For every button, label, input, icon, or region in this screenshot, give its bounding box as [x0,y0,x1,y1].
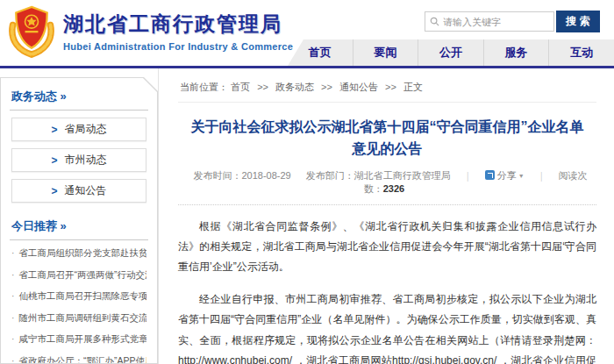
recommend-link-label: 咸宁市工商局开展多种形式党章党纪… [19,333,147,345]
bullet-icon: · [11,290,15,302]
sidebar: 政务动态 » > 省局动态 > 市州动态 > 通知公告 今日推荐 » · [0,68,158,364]
breadcrumb-notices[interactable]: 通知公告 [339,82,378,92]
recommend-link[interactable]: · 省工商局组织部分党支部赴扶贫驻点… [11,247,146,259]
department-label: 发布部门： [306,170,354,181]
meta-divider: ｜ [463,170,473,181]
bullet-icon: · [11,269,15,281]
page-content: 政务动态 » > 省局动态 > 市州动态 > 通知公告 今日推荐 » · [0,68,614,364]
site-title-block: 湖北省工商行政管理局 Hubei Administration For Indu… [63,11,293,52]
sidebar-item-label: 通知公告 [65,183,107,198]
sidebar-item-provincial-news[interactable]: > 省局动态 [11,118,146,141]
search-button[interactable]: 搜索 [556,11,600,32]
share-label: 分享 [497,170,517,181]
breadcrumb-home[interactable]: 首页 [231,82,250,92]
sidebar-item-label: 省局动态 [65,122,107,137]
sidebar-panel-border: 政务动态 » > 省局动态 > 市州动态 > 通知公告 今日推荐 » · [0,77,158,364]
recommend-link-label: 随州市工商局调研组到黄石交流消费… [19,312,147,324]
breadcrumb: 当前位置： 首页 >> 政务动态 >> 通知公告 >> 正文 [178,77,596,103]
read-count-value: 2326 [383,183,404,194]
recommend-list: · 省工商局组织部分党支部赴扶贫驻点… · 省工商局召开“两强两做”行动交流… … [10,240,148,364]
paragraph-2: 经企业自行申报、市州工商局初审推荐、省工商局初步核定，拟公示以下企业为湖北省第十… [178,289,596,364]
sidebar-section-recommend-title[interactable]: 今日推荐 » [10,215,148,240]
publish-department: 发布部门：湖北省工商行政管理局 [306,170,451,181]
article-body: 根据《湖北省合同监督条例》、《湖北省行政机关归集和披露企业信用信息试行办法》的相… [178,217,596,364]
recommend-link[interactable]: · 咸宁市工商局开展多种形式党章党纪… [11,333,146,345]
publish-time: 发布时间：2018-08-29 [193,170,290,181]
main-article-area: 当前位置： 首页 >> 政务动态 >> 通知公告 >> 正文 关于向社会征求拟公… [158,68,614,364]
bullet-icon: · [11,312,15,324]
breadcrumb-separator: >> [257,82,268,92]
sidebar-item-label: 市州动态 [65,153,107,168]
article-title: 关于向社会征求拟公示湖北省第十四届“守合同重信用”企业名单意见的公告 [190,117,583,161]
site-subtitle: Hubei Administration For Industry & Comm… [63,41,293,52]
site-title: 湖北省工商行政管理局 [63,11,293,38]
department-value: 湖北省工商行政管理局 [354,170,451,181]
saic-emblem-logo [7,3,56,59]
recommend-link[interactable]: · 省政府办公厅：“鄂汇办”APP使用… [11,355,146,364]
share-button[interactable]: 分享▼ [485,170,525,181]
caret-down-icon: ▼ [518,173,525,179]
bullet-icon: · [11,355,15,364]
nav-item-public[interactable]: 公开 [418,39,483,66]
paragraph-2-text: 经企业自行申报、市州工商局初审推荐、省工商局初步核定，拟公示以下企业为湖北省第十… [178,293,596,364]
main-nav: 首页 要闻 公开 服务 互动 [288,39,614,66]
site-header: 湖北省工商行政管理局 Hubei Administration For Indu… [0,0,614,68]
publish-time-label: 发布时间： [193,170,241,181]
search-area: 搜索 [425,11,600,32]
recommend-link-label: 省工商局组织部分党支部赴扶贫驻点… [19,247,147,259]
nav-item-home[interactable]: 首页 [288,39,353,66]
recommend-link[interactable]: · 随州市工商局调研组到黄石交流消费… [11,312,146,324]
search-input[interactable] [443,17,549,27]
sidebar-item-notices[interactable]: > 通知公告 [11,179,146,203]
breadcrumb-gov-news[interactable]: 政务动态 [275,82,314,92]
breadcrumb-separator: >> [385,82,396,92]
recommend-link-label: 仙桃市工商局召开扫黑除恶专项斗争… [19,290,147,302]
nav-item-news[interactable]: 要闻 [353,39,418,66]
publish-time-value: 2018-08-29 [241,170,290,181]
recommend-link[interactable]: · 仙桃市工商局召开扫黑除恶专项斗争… [11,290,146,302]
meta-divider: ｜ [537,170,546,181]
bullet-icon: · [11,333,15,345]
breadcrumb-current: 正文 [403,82,423,92]
sidebar-item-city-news[interactable]: > 市州动态 [11,148,146,172]
breadcrumb-separator: >> [321,82,332,92]
bullet-icon: · [11,247,15,259]
breadcrumb-label: 当前位置： [180,82,228,92]
sidebar-section-gov-title[interactable]: 政务动态 » [10,85,148,111]
sidebar-panel: 政务动态 » > 省局动态 > 市州动态 > 通知公告 今日推荐 » · [1,78,157,363]
nav-item-interact[interactable]: 互动 [548,39,614,66]
search-box [425,11,554,32]
header-divider-bar [0,66,614,68]
nav-item-service[interactable]: 服务 [483,39,549,66]
recommend-link-label: 省工商局召开“两强两做”行动交流… [19,269,147,281]
share-icon [485,170,495,180]
chevron-right-icon: > [51,124,57,136]
paragraph-1: 根据《湖北省合同监督条例》、《湖北省行政机关归集和披露企业信用信息试行办法》的相… [178,217,596,278]
search-icon [430,17,439,26]
article-meta: 发布时间：2018-08-29 发布部门：湖北省工商行政管理局 ｜ 分享▼ ｜ … [178,169,596,205]
recommend-link[interactable]: · 省工商局召开“两强两做”行动交流… [11,269,146,281]
chevron-right-icon: > [51,154,57,167]
recommend-link-label: 省政府办公厅：“鄂汇办”APP使用… [19,355,147,364]
chevron-right-icon: > [51,185,57,197]
